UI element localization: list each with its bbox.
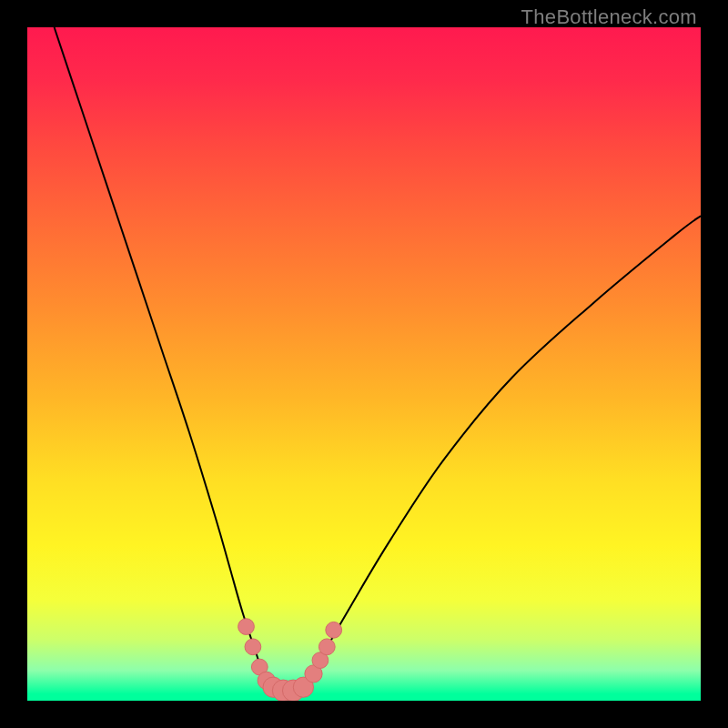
plot-area <box>27 27 701 701</box>
chart-frame: TheBottleneck.com <box>0 0 728 728</box>
curve-layer <box>27 27 701 701</box>
curve-marker <box>318 639 335 655</box>
curve-marker <box>245 639 261 655</box>
curve-markers <box>238 619 342 701</box>
bottleneck-curve <box>55 27 701 694</box>
curve-marker <box>326 622 342 638</box>
watermark-text: TheBottleneck.com <box>521 5 697 29</box>
curve-marker <box>238 619 255 635</box>
